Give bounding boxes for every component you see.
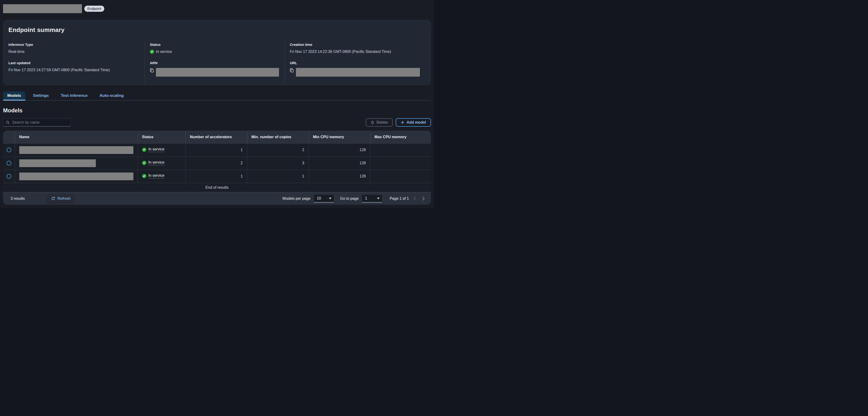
inference-type-value: Real-time bbox=[8, 50, 139, 54]
goto-page-select[interactable]: 1 bbox=[362, 195, 382, 203]
row-max-cpu-cell bbox=[370, 156, 431, 170]
row-min-cpu-cell: 128 bbox=[309, 143, 370, 156]
inference-type-label: Inference Type bbox=[8, 42, 139, 47]
summary-col-3: Creation time Fri Nov 17 2023 14:22:36 G… bbox=[285, 42, 426, 84]
caret-down-icon bbox=[329, 198, 332, 199]
row-status-cell: In service bbox=[137, 143, 186, 156]
url-value bbox=[290, 68, 420, 77]
copy-arn-icon[interactable] bbox=[150, 68, 154, 72]
status-value: In service bbox=[150, 50, 279, 54]
tab-settings-label: Settings bbox=[33, 93, 49, 98]
summary-fields: Inference Type Real-time Last updated Fr… bbox=[8, 42, 426, 84]
tab-test-inference[interactable]: Test inference bbox=[57, 91, 92, 100]
table-footer: 3 results Refresh Models per page 10 Go … bbox=[3, 192, 431, 205]
endpoint-summary-panel: Endpoint summary Inference Type Real-tim… bbox=[3, 20, 431, 85]
plus-icon bbox=[401, 121, 404, 124]
row-status-link[interactable]: In service bbox=[142, 147, 164, 152]
models-heading: Models bbox=[3, 107, 431, 114]
status-text: In service bbox=[156, 50, 172, 54]
row-status-link[interactable]: In service bbox=[142, 174, 164, 178]
row-accelerators-cell: 1 bbox=[186, 143, 247, 156]
row-accelerators-cell: 2 bbox=[186, 156, 247, 170]
arn-label: ARN bbox=[150, 61, 279, 65]
row-radio[interactable] bbox=[7, 174, 11, 179]
page-indicator: Page 1 of 1 bbox=[390, 197, 409, 201]
row-select-cell bbox=[3, 170, 15, 183]
row-radio[interactable] bbox=[7, 148, 11, 152]
table-row: In service 1 2 128 bbox=[3, 143, 431, 156]
last-updated-value: Fri Nov 17 2023 14:27:59 GMT-0800 (Pacif… bbox=[8, 68, 139, 72]
tab-models[interactable]: Models bbox=[3, 91, 25, 100]
header-min-cpu: Min CPU memory bbox=[309, 131, 370, 143]
pagination-controls: Models per page 10 Go to page 1 Page 1 o… bbox=[282, 195, 426, 203]
summary-col-2: Status In service ARN bbox=[145, 42, 285, 84]
status-success-icon bbox=[150, 50, 154, 54]
previous-page-button[interactable] bbox=[412, 196, 417, 201]
models-per-page-select[interactable]: 10 bbox=[313, 195, 334, 203]
arn-value bbox=[150, 68, 279, 77]
row-radio[interactable] bbox=[7, 161, 11, 166]
row-max-cpu-cell bbox=[370, 170, 431, 183]
row-min-copies-cell: 2 bbox=[247, 143, 309, 156]
url-label: URL bbox=[290, 61, 420, 65]
model-name-redacted bbox=[19, 146, 133, 154]
tab-auto-scaling-label: Auto-scaling bbox=[100, 93, 124, 98]
row-name-cell bbox=[15, 156, 137, 170]
toolbar-actions: Delete Add model bbox=[366, 118, 431, 127]
search-box bbox=[3, 118, 71, 126]
row-status-cell: In service bbox=[137, 156, 186, 170]
results-count: 3 results bbox=[10, 197, 25, 201]
last-updated-label: Last updated bbox=[8, 61, 139, 65]
creation-time-label: Creation time bbox=[290, 42, 420, 47]
tab-settings[interactable]: Settings bbox=[29, 91, 53, 100]
summary-title: Endpoint summary bbox=[8, 26, 426, 34]
status-label: Status bbox=[150, 42, 279, 47]
header-selection bbox=[3, 131, 15, 143]
row-status-text: In service bbox=[148, 174, 164, 178]
row-status-cell: In service bbox=[137, 170, 186, 183]
field-inference-type: Inference Type Real-time bbox=[8, 42, 139, 54]
caret-down-icon bbox=[377, 198, 380, 199]
field-arn: ARN bbox=[150, 61, 279, 77]
row-min-copies-cell: 3 bbox=[247, 156, 309, 170]
row-select-cell bbox=[3, 156, 15, 170]
copy-url-icon[interactable] bbox=[290, 68, 294, 72]
url-redacted bbox=[296, 68, 420, 77]
header-accelerators: Number of accelerators bbox=[186, 131, 247, 143]
header-min-copies: Min. number of copies bbox=[247, 131, 309, 143]
per-page-label: Models per page bbox=[282, 197, 310, 201]
row-status-text: In service bbox=[148, 147, 164, 152]
status-success-icon bbox=[142, 148, 146, 152]
search-icon bbox=[6, 121, 10, 124]
field-last-updated: Last updated Fri Nov 17 2023 14:27:59 GM… bbox=[8, 61, 139, 72]
row-status-link[interactable]: In service bbox=[142, 160, 164, 165]
end-of-results-text: End of results bbox=[3, 183, 431, 192]
goto-page-value: 1 bbox=[365, 196, 367, 201]
field-status: Status In service bbox=[150, 42, 279, 54]
status-success-icon bbox=[142, 161, 146, 165]
status-success-icon bbox=[142, 174, 146, 178]
refresh-button[interactable]: Refresh bbox=[47, 195, 74, 203]
chevron-right-icon bbox=[422, 197, 425, 201]
tab-test-inference-label: Test inference bbox=[61, 93, 88, 98]
table-row: In service 2 3 128 bbox=[3, 156, 431, 170]
trash-icon bbox=[371, 121, 374, 124]
header-name: Name bbox=[15, 131, 137, 143]
row-min-cpu-cell: 128 bbox=[309, 156, 370, 170]
row-min-copies-cell: 1 bbox=[247, 170, 309, 183]
add-model-button[interactable]: Add model bbox=[396, 118, 431, 127]
next-page-button[interactable] bbox=[421, 196, 426, 201]
delete-button[interactable]: Delete bbox=[366, 118, 393, 127]
row-status-text: In service bbox=[148, 160, 164, 165]
field-url: URL bbox=[290, 61, 420, 77]
endpoint-detail-page: Endpoint Endpoint summary Inference Type… bbox=[0, 0, 434, 208]
end-of-results-row: End of results bbox=[3, 183, 431, 192]
add-model-button-label: Add model bbox=[406, 120, 426, 125]
search-input[interactable] bbox=[3, 118, 71, 126]
endpoint-name-redacted bbox=[3, 4, 82, 13]
tab-auto-scaling[interactable]: Auto-scaling bbox=[95, 91, 128, 100]
row-accelerators-cell: 1 bbox=[186, 170, 247, 183]
table-header-row: Name Status Number of accelerators Min. … bbox=[3, 131, 431, 143]
summary-col-1: Inference Type Real-time Last updated Fr… bbox=[8, 42, 145, 84]
refresh-icon bbox=[51, 197, 55, 201]
